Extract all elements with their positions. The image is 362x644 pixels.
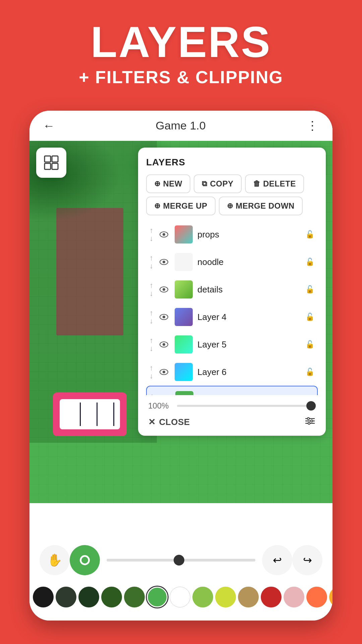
layer-name: props [197, 229, 301, 240]
layer-row[interactable]: ↑↓ Layer 4 🔓 [146, 303, 318, 331]
layer-move-icon: ↑↓ [149, 227, 153, 242]
svg-point-26 [81, 557, 88, 564]
layer-name: Layer 4 [197, 312, 301, 322]
delete-icon: 🗑 [253, 179, 261, 188]
svg-point-16 [163, 371, 165, 373]
close-label: CLOSE [159, 417, 190, 427]
layer-row[interactable]: ↑↓ Layer 6 🔓 [146, 358, 318, 386]
svg-point-6 [163, 233, 165, 236]
layers-list: ↑↓ props 🔓 ↑↓ [146, 221, 318, 395]
color-swatch[interactable] [192, 587, 213, 607]
layer-visibility-toggle[interactable] [158, 311, 170, 323]
color-swatch[interactable] [33, 587, 54, 607]
color-swatch[interactable] [101, 587, 122, 607]
layer-visibility-toggle[interactable] [158, 283, 170, 296]
new-layer-button[interactable]: ⊕ NEW [146, 174, 190, 193]
tools-row: ✋ ↩ ↪ [29, 540, 333, 580]
layer-row-background[interactable]: ↑↓ Background 🔓 [146, 386, 318, 395]
color-swatch[interactable] [261, 587, 282, 607]
color-swatch[interactable] [215, 587, 236, 607]
layer-move-icon: ↑↓ [149, 282, 153, 297]
filter-adjust-button[interactable] [304, 415, 316, 429]
layer-thumbnail [175, 225, 193, 244]
merge-down-label: MERGE DOWN [236, 201, 295, 211]
svg-point-24 [308, 422, 310, 424]
back-button[interactable]: ← [43, 119, 55, 133]
lock-icon: 🔓 [305, 258, 314, 266]
color-swatch[interactable] [306, 587, 327, 607]
brush-tool-button[interactable] [70, 545, 100, 575]
brush-size-thumb [174, 555, 184, 566]
layer-row[interactable]: ↑↓ props 🔓 [146, 221, 318, 248]
phone-topbar: ← Game 1.0 ⋮ [29, 111, 333, 141]
phone-frame: ← Game 1.0 ⋮ [29, 111, 333, 621]
lock-icon: 🔓 [305, 230, 314, 239]
svg-rect-0 [45, 156, 51, 162]
layer-visibility-toggle[interactable] [158, 228, 170, 240]
svg-point-23 [311, 420, 313, 422]
layer-row[interactable]: ↑↓ Layer 5 🔓 [146, 331, 318, 358]
layer-name: Layer 5 [197, 339, 301, 350]
opacity-thumb [306, 401, 316, 411]
layer-move-icon: ↑↓ [149, 254, 153, 270]
more-options-button[interactable]: ⋮ [306, 119, 319, 133]
lock-icon: 🔓 [305, 368, 314, 376]
color-swatch[interactable] [238, 587, 259, 607]
layer-thumbnail [175, 335, 193, 354]
opacity-slider[interactable] [177, 405, 316, 407]
close-button[interactable]: ✕ CLOSE [148, 417, 190, 427]
redo-icon: ↪ [303, 554, 312, 567]
color-swatch[interactable] [329, 587, 333, 607]
brush-size-slider[interactable] [107, 559, 255, 561]
delete-layer-button[interactable]: 🗑 DELETE [245, 174, 304, 193]
color-swatch[interactable] [124, 587, 145, 607]
merge-up-button[interactable]: ⊕ MERGE UP [146, 197, 216, 215]
lock-icon: 🔓 [305, 313, 314, 321]
hand-icon: ✋ [47, 553, 62, 567]
merge-down-button[interactable]: ⊕ MERGE DOWN [219, 197, 303, 215]
svg-point-10 [163, 288, 165, 291]
layers-panel-title: LAYERS [146, 157, 318, 168]
layer-visibility-toggle[interactable] [158, 338, 170, 351]
layer-visibility-toggle[interactable] [159, 394, 171, 395]
svg-rect-2 [45, 163, 51, 169]
svg-point-22 [307, 418, 309, 420]
svg-rect-1 [52, 156, 58, 162]
layer-row[interactable]: ↑↓ noodle 🔓 [146, 248, 318, 276]
color-swatch[interactable] [78, 587, 99, 607]
bottom-toolbar: ✋ ↩ ↪ [29, 540, 333, 621]
svg-rect-3 [52, 163, 58, 169]
layer-name: noodle [197, 257, 301, 267]
color-swatch[interactable] [170, 587, 190, 607]
layer-move-icon: ↑↓ [150, 392, 154, 395]
layer-move-icon: ↑↓ [149, 337, 153, 352]
layer-visibility-toggle[interactable] [158, 366, 170, 378]
new-label: NEW [163, 179, 183, 189]
layer-thumbnail [175, 363, 193, 381]
opacity-row: 100% [146, 401, 318, 411]
page-title: LAYERS [0, 20, 362, 64]
copy-icon: ⧉ [202, 179, 207, 188]
undo-icon: ↩ [273, 554, 282, 567]
page-subtitle: + FILTERS & CLIPPING [0, 67, 362, 87]
color-palette [29, 580, 333, 614]
redo-button[interactable]: ↪ [292, 545, 322, 575]
layer-thumbnail [175, 280, 193, 299]
color-swatch-active[interactable] [147, 587, 168, 607]
hand-tool-button[interactable]: ✋ [40, 545, 70, 575]
undo-button[interactable]: ↩ [262, 545, 292, 575]
canvas-area[interactable]: LAYERS ⊕ NEW ⧉ COPY 🗑 DELETE ⊕ MERGE UP [29, 141, 333, 503]
color-swatch[interactable] [284, 587, 304, 607]
layers-panel: LAYERS ⊕ NEW ⧉ COPY 🗑 DELETE ⊕ MERGE UP [138, 148, 326, 436]
opacity-label: 100% [148, 401, 172, 411]
close-x-icon: ✕ [148, 417, 156, 427]
color-swatch[interactable] [56, 587, 76, 607]
copy-layer-button[interactable]: ⧉ COPY [194, 174, 242, 193]
frames-button[interactable] [36, 148, 66, 178]
canvas-toolbar-left [36, 148, 66, 181]
svg-point-14 [163, 343, 165, 346]
layer-visibility-toggle[interactable] [158, 256, 170, 268]
layer-row[interactable]: ↑↓ details 🔓 [146, 276, 318, 303]
layer-thumbnail [175, 391, 193, 395]
layers-actions: ⊕ NEW ⧉ COPY 🗑 DELETE ⊕ MERGE UP ⊕ ME [146, 174, 318, 215]
